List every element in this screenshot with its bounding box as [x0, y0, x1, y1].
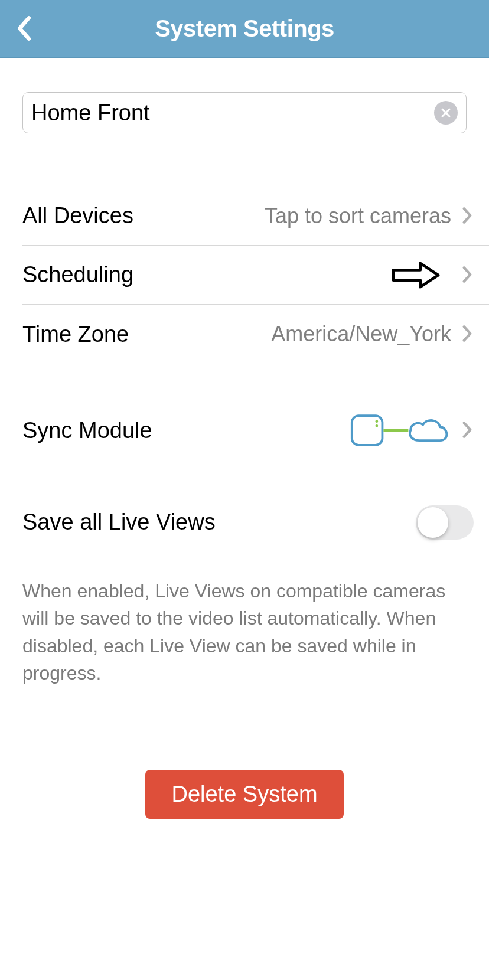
row-value-all-devices: Tap to sort cameras: [265, 204, 451, 228]
row-label-all-devices: All Devices: [22, 203, 133, 228]
save-live-views-toggle[interactable]: [416, 505, 474, 540]
clear-input-button[interactable]: [434, 101, 458, 125]
svg-point-4: [375, 424, 378, 427]
svg-point-3: [375, 420, 378, 423]
save-live-views-description: When enabled, Live Views on compatible c…: [22, 563, 474, 687]
chevron-right-icon: [462, 207, 474, 226]
row-label-sync-module: Sync Module: [22, 418, 152, 443]
row-all-devices[interactable]: All Devices Tap to sort cameras: [22, 187, 489, 246]
row-time-zone[interactable]: Time Zone America/New_York: [22, 305, 489, 364]
row-label-scheduling: Scheduling: [22, 262, 133, 288]
back-button[interactable]: [11, 12, 37, 45]
row-sync-module[interactable]: Sync Module: [22, 398, 489, 463]
header-bar: System Settings: [0, 0, 489, 58]
system-name-field-wrap: [22, 92, 467, 133]
chevron-right-icon: [462, 325, 474, 344]
delete-system-button[interactable]: Delete System: [145, 770, 343, 819]
row-label-time-zone: Time Zone: [22, 322, 129, 347]
row-save-live-views: Save all Live Views: [22, 498, 474, 563]
row-label-save-live-views: Save all Live Views: [22, 509, 216, 535]
row-scheduling[interactable]: Scheduling: [22, 246, 489, 305]
chevron-right-icon: [462, 266, 474, 285]
arrow-right-icon: [391, 259, 442, 291]
row-value-time-zone: America/New_York: [271, 322, 451, 347]
system-name-input[interactable]: [31, 100, 434, 126]
chevron-right-icon: [462, 421, 474, 440]
page-title: System Settings: [155, 15, 334, 42]
svg-rect-2: [352, 416, 383, 445]
sync-module-cloud-icon: [350, 413, 451, 448]
toggle-knob: [418, 507, 448, 538]
